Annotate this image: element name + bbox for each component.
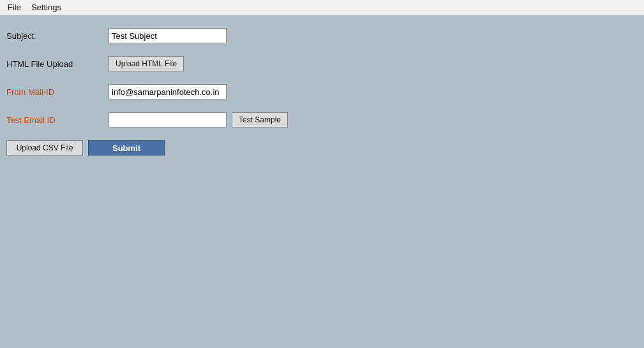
menu-settings[interactable]: Settings — [26, 1, 66, 13]
from-mail-row: From Mail-ID — [6, 84, 638, 99]
subject-row: Subject — [6, 28, 638, 43]
from-mail-label: From Mail-ID — [6, 87, 109, 97]
html-upload-label: HTML File Upload — [6, 59, 109, 69]
subject-input[interactable] — [109, 28, 227, 43]
menu-file[interactable]: File — [3, 1, 26, 13]
upload-html-button[interactable]: Upload HTML File — [109, 56, 184, 71]
test-email-label: Test Email ID — [6, 115, 109, 125]
subject-label: Subject — [6, 31, 109, 41]
test-sample-button[interactable]: Test Sample — [232, 112, 288, 127]
menubar: File Settings — [0, 0, 644, 15]
test-email-row: Test Email ID Test Sample — [6, 112, 638, 127]
main-content: Subject HTML File Upload Upload HTML Fil… — [0, 15, 644, 162]
from-mail-input[interactable] — [109, 84, 227, 99]
bottom-row: Upload CSV File Submit — [6, 140, 638, 156]
submit-button[interactable]: Submit — [88, 140, 165, 156]
upload-csv-button[interactable]: Upload CSV File — [6, 140, 83, 156]
html-upload-row: HTML File Upload Upload HTML File — [6, 56, 638, 71]
test-email-input[interactable] — [109, 112, 227, 127]
